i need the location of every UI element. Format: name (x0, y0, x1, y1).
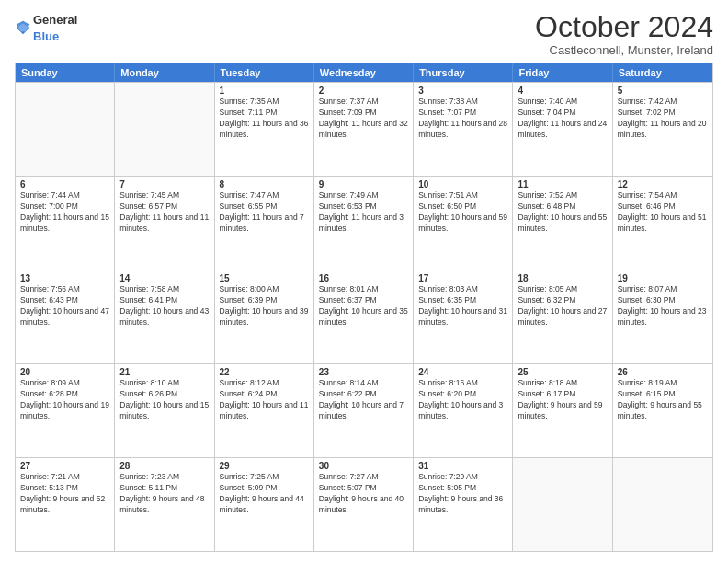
day-cell-13: 13Sunrise: 7:56 AMSunset: 6:43 PMDayligh… (16, 270, 115, 363)
week-row-2: 6Sunrise: 7:44 AMSunset: 7:00 PMDaylight… (16, 176, 712, 270)
day-cell-25: 25Sunrise: 8:18 AMSunset: 6:17 PMDayligh… (513, 364, 612, 457)
day-cell-23: 23Sunrise: 8:14 AMSunset: 6:22 PMDayligh… (314, 364, 414, 457)
day-number: 12 (618, 179, 708, 190)
day-number: 23 (319, 367, 408, 377)
day-info: Sunrise: 7:56 AMSunset: 6:43 PMDaylight:… (20, 284, 109, 328)
week-row-4: 20Sunrise: 8:09 AMSunset: 6:28 PMDayligh… (16, 363, 712, 457)
day-number: 9 (319, 179, 408, 190)
header-tuesday: Tuesday (215, 63, 314, 82)
day-info: Sunrise: 7:40 AMSunset: 7:04 PMDaylight:… (518, 97, 607, 141)
day-number: 27 (20, 461, 109, 471)
day-info: Sunrise: 8:09 AMSunset: 6:28 PMDaylight:… (20, 378, 109, 422)
empty-cell (16, 83, 115, 176)
empty-cell (115, 83, 214, 176)
calendar: Sunday Monday Tuesday Wednesday Thursday… (15, 63, 713, 552)
day-number: 14 (119, 273, 209, 283)
day-info: Sunrise: 7:52 AMSunset: 6:48 PMDaylight:… (518, 190, 607, 235)
day-number: 1 (220, 86, 309, 96)
logo-general: General Blue (33, 11, 77, 44)
day-cell-7: 7Sunrise: 7:45 AMSunset: 6:57 PMDaylight… (115, 177, 214, 270)
week-row-3: 13Sunrise: 7:56 AMSunset: 6:43 PMDayligh… (16, 270, 712, 363)
day-info: Sunrise: 7:51 AMSunset: 6:50 PMDaylight:… (418, 190, 507, 235)
day-cell-21: 21Sunrise: 8:10 AMSunset: 6:26 PMDayligh… (115, 364, 214, 457)
day-info: Sunrise: 7:42 AMSunset: 7:02 PMDaylight:… (618, 97, 708, 141)
day-cell-30: 30Sunrise: 7:27 AMSunset: 5:07 PMDayligh… (314, 458, 414, 551)
day-number: 25 (518, 367, 607, 377)
day-number: 3 (418, 86, 507, 96)
day-cell-1: 1Sunrise: 7:35 AMSunset: 7:11 PMDaylight… (215, 83, 314, 176)
day-number: 28 (119, 461, 209, 471)
day-info: Sunrise: 8:12 AMSunset: 6:24 PMDaylight:… (220, 378, 309, 422)
day-info: Sunrise: 7:49 AMSunset: 6:53 PMDaylight:… (319, 190, 408, 235)
day-number: 8 (220, 179, 309, 190)
day-number: 20 (20, 367, 109, 377)
day-cell-19: 19Sunrise: 8:07 AMSunset: 6:30 PMDayligh… (613, 270, 712, 363)
day-number: 22 (220, 367, 309, 377)
header-monday: Monday (115, 63, 214, 82)
day-number: 31 (418, 461, 507, 471)
day-info: Sunrise: 8:03 AMSunset: 6:35 PMDaylight:… (418, 284, 507, 328)
header-thursday: Thursday (414, 63, 513, 82)
location: Castleconnell, Munster, Ireland (535, 43, 713, 57)
day-cell-27: 27Sunrise: 7:21 AMSunset: 5:13 PMDayligh… (16, 458, 115, 551)
header: General Blue October 2024 Castleconnell,… (15, 11, 713, 57)
day-cell-18: 18Sunrise: 8:05 AMSunset: 6:32 PMDayligh… (513, 270, 612, 363)
day-info: Sunrise: 7:38 AMSunset: 7:07 PMDaylight:… (418, 97, 507, 141)
week-row-5: 27Sunrise: 7:21 AMSunset: 5:13 PMDayligh… (16, 457, 712, 551)
day-number: 18 (518, 273, 607, 283)
day-cell-8: 8Sunrise: 7:47 AMSunset: 6:55 PMDaylight… (215, 177, 314, 270)
day-cell-9: 9Sunrise: 7:49 AMSunset: 6:53 PMDaylight… (314, 177, 414, 270)
day-number: 4 (518, 86, 607, 96)
week-row-1: 1Sunrise: 7:35 AMSunset: 7:11 PMDaylight… (16, 82, 712, 176)
day-info: Sunrise: 7:29 AMSunset: 5:05 PMDaylight:… (418, 472, 507, 516)
day-number: 10 (418, 179, 507, 190)
day-info: Sunrise: 8:14 AMSunset: 6:22 PMDaylight:… (319, 378, 408, 422)
day-cell-6: 6Sunrise: 7:44 AMSunset: 7:00 PMDaylight… (16, 177, 115, 270)
day-number: 24 (418, 367, 507, 377)
day-number: 26 (618, 367, 708, 377)
day-cell-28: 28Sunrise: 7:23 AMSunset: 5:11 PMDayligh… (115, 458, 214, 551)
day-cell-5: 5Sunrise: 7:42 AMSunset: 7:02 PMDaylight… (613, 83, 712, 176)
day-number: 30 (319, 461, 408, 471)
day-number: 29 (220, 461, 309, 471)
day-info: Sunrise: 7:25 AMSunset: 5:09 PMDaylight:… (220, 472, 309, 516)
day-info: Sunrise: 7:44 AMSunset: 7:00 PMDaylight:… (20, 190, 109, 235)
header-wednesday: Wednesday (314, 63, 414, 82)
header-saturday: Saturday (613, 63, 712, 82)
day-info: Sunrise: 7:27 AMSunset: 5:07 PMDaylight:… (319, 472, 408, 516)
day-info: Sunrise: 7:21 AMSunset: 5:13 PMDaylight:… (20, 472, 109, 516)
header-sunday: Sunday (16, 63, 115, 82)
day-cell-31: 31Sunrise: 7:29 AMSunset: 5:05 PMDayligh… (414, 458, 513, 551)
logo-icon (15, 19, 31, 36)
day-number: 7 (119, 179, 209, 190)
day-info: Sunrise: 8:01 AMSunset: 6:37 PMDaylight:… (319, 284, 408, 328)
day-info: Sunrise: 7:54 AMSunset: 6:46 PMDaylight:… (618, 190, 708, 235)
day-cell-26: 26Sunrise: 8:19 AMSunset: 6:15 PMDayligh… (613, 364, 712, 457)
day-cell-14: 14Sunrise: 7:58 AMSunset: 6:41 PMDayligh… (115, 270, 214, 363)
day-info: Sunrise: 7:23 AMSunset: 5:11 PMDaylight:… (119, 472, 209, 516)
day-cell-24: 24Sunrise: 8:16 AMSunset: 6:20 PMDayligh… (414, 364, 513, 457)
calendar-header: Sunday Monday Tuesday Wednesday Thursday… (16, 63, 712, 82)
day-info: Sunrise: 7:35 AMSunset: 7:11 PMDaylight:… (220, 97, 309, 141)
title-area: October 2024 Castleconnell, Munster, Ire… (535, 11, 713, 57)
day-info: Sunrise: 8:05 AMSunset: 6:32 PMDaylight:… (518, 284, 607, 328)
day-info: Sunrise: 7:58 AMSunset: 6:41 PMDaylight:… (119, 284, 209, 328)
day-number: 6 (20, 179, 109, 190)
day-info: Sunrise: 8:16 AMSunset: 6:20 PMDaylight:… (418, 378, 507, 422)
day-cell-10: 10Sunrise: 7:51 AMSunset: 6:50 PMDayligh… (414, 177, 513, 270)
day-info: Sunrise: 8:07 AMSunset: 6:30 PMDaylight:… (618, 284, 708, 328)
day-info: Sunrise: 8:00 AMSunset: 6:39 PMDaylight:… (220, 284, 309, 328)
day-info: Sunrise: 8:18 AMSunset: 6:17 PMDaylight:… (518, 378, 607, 422)
page: General Blue October 2024 Castleconnell,… (0, 0, 728, 563)
month-title: October 2024 (535, 11, 713, 43)
day-cell-15: 15Sunrise: 8:00 AMSunset: 6:39 PMDayligh… (215, 270, 314, 363)
day-cell-22: 22Sunrise: 8:12 AMSunset: 6:24 PMDayligh… (215, 364, 314, 457)
day-number: 19 (618, 273, 708, 283)
day-number: 15 (220, 273, 309, 283)
day-cell-3: 3Sunrise: 7:38 AMSunset: 7:07 PMDaylight… (414, 83, 513, 176)
day-cell-12: 12Sunrise: 7:54 AMSunset: 6:46 PMDayligh… (613, 177, 712, 270)
empty-cell (613, 458, 712, 551)
day-number: 21 (119, 367, 209, 377)
day-info: Sunrise: 7:37 AMSunset: 7:09 PMDaylight:… (319, 97, 408, 141)
empty-cell (513, 458, 612, 551)
